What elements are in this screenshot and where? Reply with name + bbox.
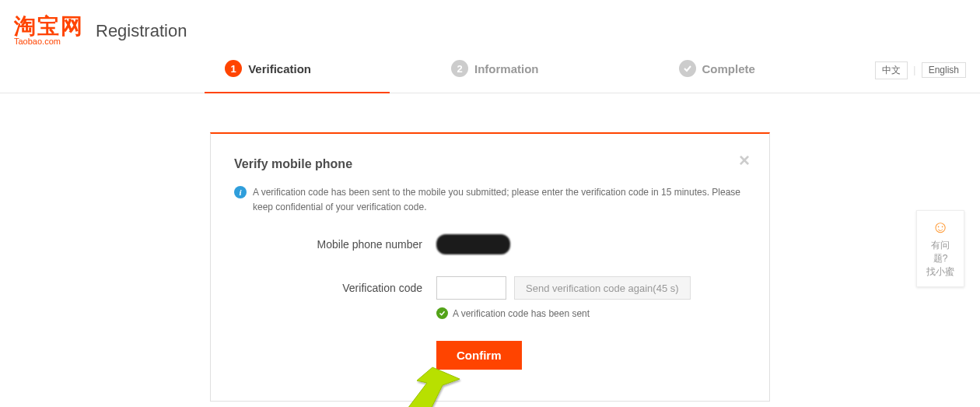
logo-cn: 淘宝网 [14,16,84,37]
annotation-arrow-icon [359,363,467,407]
step-information: 2 Information [451,60,539,86]
helper-line1: 有问题? [925,239,956,265]
step-label-complete: Complete [702,62,755,75]
confirm-button[interactable]: Confirm [436,341,522,370]
label-verification-code: Verification code [234,282,436,294]
lang-en-button[interactable]: English [922,62,966,78]
close-icon[interactable]: × [739,149,750,171]
verify-phone-card: Verify mobile phone × i A verification c… [210,132,770,402]
info-message: A verification code has been sent to the… [253,185,746,215]
phone-number-redacted [436,234,510,254]
step-number-1: 1 [225,60,242,77]
language-switcher: 中文 | English [875,61,966,79]
resend-code-button[interactable]: Send verification code again(45 s) [514,276,691,300]
lang-separator: | [913,65,915,75]
verification-code-input[interactable] [436,276,506,300]
step-verification: 1 Verification [225,60,311,86]
helper-face-icon: ☺ [925,219,956,236]
helper-line2: 找小蜜 [925,265,956,279]
svg-marker-0 [386,367,460,407]
lang-zh-button[interactable]: 中文 [875,61,908,79]
check-icon [679,60,696,77]
success-check-icon [436,307,448,319]
logo-en: Taobao.com [14,37,84,46]
label-mobile-phone: Mobile phone number [234,238,436,251]
step-complete: Complete [679,60,755,86]
helper-widget[interactable]: ☺ 有问题? 找小蜜 [916,210,964,287]
page-title: Registration [96,21,187,41]
code-sent-message: A verification code has been sent [453,308,590,319]
info-icon: i [234,186,247,198]
active-step-underline [205,92,390,93]
progress-steps: 1 Verification 2 Information Complete 中文… [0,54,980,93]
card-title: Verify mobile phone [234,157,746,171]
step-number-2: 2 [451,60,468,77]
step-label-information: Information [474,62,539,75]
taobao-logo[interactable]: 淘宝网 Taobao.com [14,16,84,46]
step-label-verification: Verification [248,62,311,75]
